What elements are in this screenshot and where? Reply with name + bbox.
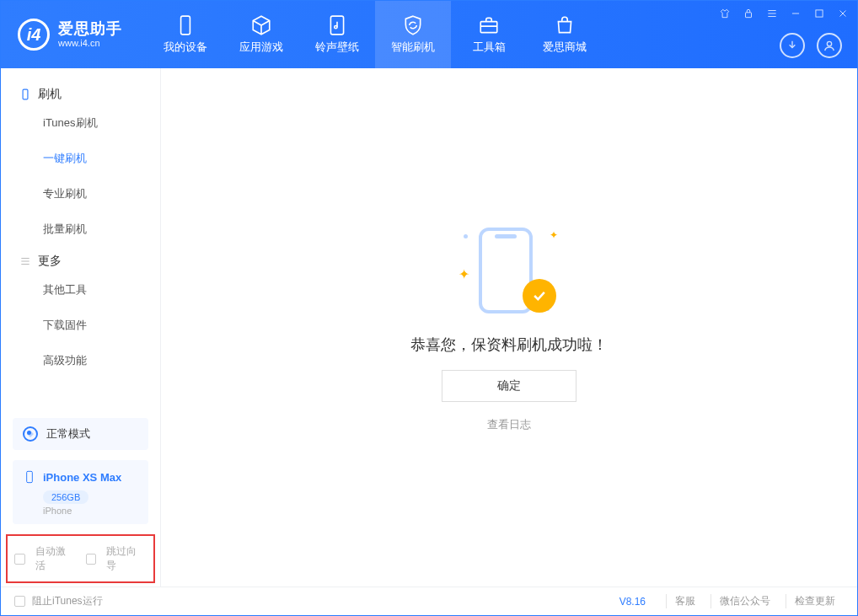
nav-label: 我的设备: [164, 40, 207, 55]
nav-apps[interactable]: 应用游戏: [223, 1, 299, 68]
checkbox-block-itunes[interactable]: [14, 596, 25, 607]
shirt-icon[interactable]: [719, 8, 731, 19]
device-icon: [19, 88, 31, 101]
svg-rect-5: [816, 10, 823, 17]
top-nav: 我的设备 应用游戏 铃声壁纸 智能刷机 工具箱 爱思商城: [147, 1, 603, 68]
sparkle-icon: ✦: [458, 266, 469, 282]
check-badge-icon: [523, 279, 556, 313]
refresh-shield-icon: [402, 14, 424, 36]
sidebar-item-firmware[interactable]: 下载固件: [1, 308, 160, 343]
bag-icon: [554, 14, 576, 36]
menu-icon[interactable]: [766, 8, 778, 19]
footer-link-service[interactable]: 客服: [666, 594, 704, 608]
app-title: 爱思助手: [58, 21, 122, 38]
nav-label: 铃声壁纸: [315, 40, 359, 55]
sidebar-item-itunes-flash[interactable]: iTunes刷机: [1, 105, 160, 141]
device-type: iPhone: [43, 506, 138, 516]
minimize-icon[interactable]: [790, 8, 802, 19]
nav-label: 智能刷机: [391, 40, 435, 55]
svg-rect-4: [746, 13, 752, 18]
success-message: 恭喜您，保资料刷机成功啦！: [410, 335, 608, 355]
device-card[interactable]: iPhone XS Max 256GB iPhone: [13, 460, 148, 524]
svg-rect-7: [23, 89, 28, 99]
sidebar-group-label: 更多: [38, 254, 62, 269]
app-window: i4 爱思助手 www.i4.cn 我的设备 应用游戏 铃声壁纸 智能刷机: [0, 0, 858, 616]
svg-point-2: [335, 26, 337, 29]
download-button[interactable]: [780, 33, 805, 58]
option-skip-guide-label: 跳过向导: [106, 544, 147, 573]
lock-icon[interactable]: [743, 8, 754, 19]
main-content: ✦ ✦ 恭喜您，保资料刷机成功啦！ 确定 查看日志: [161, 68, 857, 587]
svg-point-6: [827, 41, 831, 46]
svg-rect-0: [181, 16, 190, 35]
sidebar-item-other-tools[interactable]: 其他工具: [1, 272, 160, 308]
version-label: V8.16: [619, 596, 646, 608]
footer-link-update[interactable]: 检查更新: [786, 594, 844, 608]
footer-link-wechat[interactable]: 微信公众号: [711, 594, 779, 608]
options-highlight-box: 自动激活 跳过向导: [6, 534, 155, 583]
mode-label: 正常模式: [46, 426, 90, 442]
header-buttons: [780, 33, 842, 58]
dot-icon: [464, 234, 468, 238]
svg-rect-8: [27, 471, 33, 482]
list-icon: [19, 254, 31, 268]
sidebar-item-advanced[interactable]: 高级功能: [1, 343, 160, 378]
nav-label: 应用游戏: [239, 40, 283, 55]
sidebar-item-pro-flash[interactable]: 专业刷机: [1, 176, 160, 212]
toolbox-icon: [478, 14, 500, 36]
success-illustration: ✦ ✦: [458, 222, 560, 319]
phone-icon: [174, 14, 196, 36]
close-icon[interactable]: [837, 8, 849, 19]
svg-rect-3: [480, 22, 497, 33]
ok-button[interactable]: 确定: [442, 370, 576, 402]
sidebar-item-oneclick-flash[interactable]: 一键刷机: [1, 141, 160, 176]
sidebar-group-flash: 刷机: [1, 80, 160, 105]
logo-icon: i4: [18, 19, 50, 51]
body: 刷机 iTunes刷机 一键刷机 专业刷机 批量刷机 更多 其他工具 下载固件 …: [1, 68, 857, 587]
option-auto-activate-label: 自动激活: [35, 544, 76, 573]
nav-store[interactable]: 爱思商城: [527, 1, 603, 68]
nav-smart-flash[interactable]: 智能刷机: [375, 1, 451, 68]
sparkle-icon: ✦: [550, 229, 558, 241]
checkbox-skip-guide[interactable]: [86, 554, 97, 565]
mode-icon: [23, 426, 38, 442]
nav-ringtones[interactable]: 铃声壁纸: [299, 1, 375, 68]
window-controls: [719, 8, 849, 19]
sidebar-group-more: 更多: [1, 247, 160, 272]
mode-card[interactable]: 正常模式: [13, 418, 148, 450]
block-itunes-label: 阻止iTunes运行: [32, 594, 103, 608]
sidebar: 刷机 iTunes刷机 一键刷机 专业刷机 批量刷机 更多 其他工具 下载固件 …: [1, 68, 161, 587]
music-file-icon: [326, 14, 348, 36]
view-log-link[interactable]: 查看日志: [487, 417, 531, 432]
footer: 阻止iTunes运行 V8.16 客服 微信公众号 检查更新: [1, 587, 857, 615]
user-button[interactable]: [817, 33, 842, 58]
logo: i4 爱思助手 www.i4.cn: [1, 19, 139, 51]
nav-label: 工具箱: [473, 40, 506, 55]
maximize-icon[interactable]: [813, 8, 825, 19]
cube-icon: [250, 14, 272, 36]
sidebar-item-batch-flash[interactable]: 批量刷机: [1, 212, 160, 247]
checkbox-auto-activate[interactable]: [14, 554, 25, 565]
device-icon: [23, 469, 36, 485]
sidebar-group-label: 刷机: [38, 87, 62, 102]
nav-my-device[interactable]: 我的设备: [147, 1, 223, 68]
nav-toolbox[interactable]: 工具箱: [451, 1, 527, 68]
device-capacity: 256GB: [43, 490, 88, 504]
header: i4 爱思助手 www.i4.cn 我的设备 应用游戏 铃声壁纸 智能刷机: [1, 1, 857, 68]
app-subtitle: www.i4.cn: [58, 38, 122, 48]
device-name: iPhone XS Max: [43, 471, 121, 484]
nav-label: 爱思商城: [543, 40, 587, 55]
